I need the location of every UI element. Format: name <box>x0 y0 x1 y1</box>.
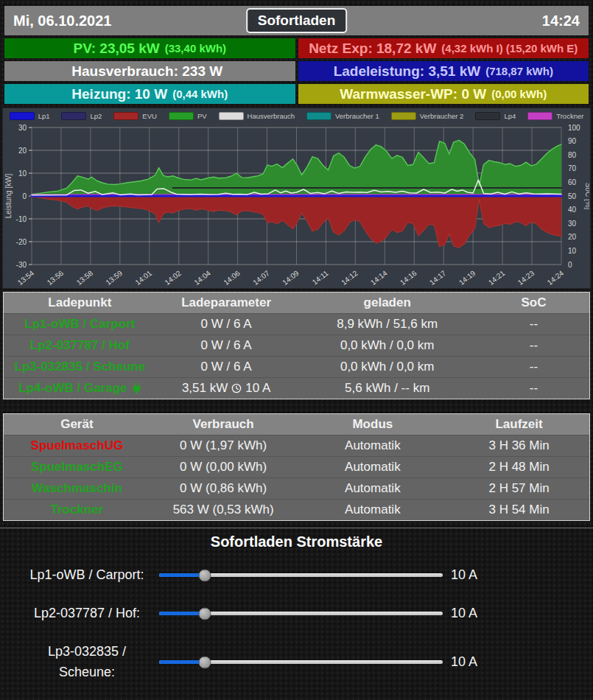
top-bar: Mi, 06.10.2021 Sofortladen 14:24 <box>4 6 589 35</box>
legend-swatch <box>219 112 244 120</box>
status-tiles: PV: 23,05 kW (33,40 kWh) Netz Exp: 18,72… <box>4 38 589 104</box>
col-laufzeit: Laufzeit <box>449 417 589 432</box>
charged-amount: 8,9 kWh / 51,6 km <box>296 317 477 332</box>
soc-value: -- <box>478 381 589 396</box>
svg-text:0: 0 <box>22 192 27 200</box>
svg-text:80: 80 <box>568 151 577 159</box>
svg-text:13:54: 13:54 <box>16 269 36 287</box>
slider-row-lp4: Lp4-oWB / Garage: 10 A <box>21 696 593 700</box>
slider-label-lp1: Lp1-oWB / Carport: <box>21 565 153 586</box>
lp2-current-slider[interactable] <box>159 612 443 615</box>
charge-parameter: 3,51 kW 10 A <box>156 381 297 396</box>
svg-text:70: 70 <box>568 164 577 172</box>
legend-swatch <box>306 112 331 120</box>
lp3-current-slider[interactable] <box>159 660 443 664</box>
heating-tile[interactable]: Heizung: 10 W (0,44 kWh) <box>4 84 295 104</box>
svg-text:14:09: 14:09 <box>281 269 301 287</box>
svg-text:13:59: 13:59 <box>105 269 124 287</box>
pv-tile[interactable]: PV: 23,05 kW (33,40 kWh) <box>4 38 295 58</box>
legend-label: Lp1 <box>38 112 50 120</box>
svg-text:14:19: 14:19 <box>457 269 477 287</box>
svg-text:14:24: 14:24 <box>546 269 566 287</box>
time-label: 14:24 <box>542 13 580 29</box>
device-table-header: Gerät Verbrauch Modus Laufzeit <box>4 414 589 435</box>
charge-point-name: Lp2-037787 / Hof <box>4 338 156 353</box>
charge-point-name-text: Lp4-oWB / Garage <box>18 381 127 396</box>
charge-power-energy: (718,87 kWh) <box>485 65 553 77</box>
svg-text:30: 30 <box>568 220 577 228</box>
table-row-lp1: Lp1-oWB / Carport 0 W / 6 A 8,9 kWh / 51… <box>4 313 589 335</box>
svg-text:20: 20 <box>568 233 577 241</box>
grid-export-value: Netz Exp: 18,72 kW <box>309 41 436 57</box>
device-mode: Automatik <box>297 460 449 475</box>
table-row-lp3: Lp3-032835 / Scheune 0 W / 6 A 0,0 kWh /… <box>4 356 589 377</box>
charge-table-header: Ladepunkt Ladeparameter geladen SoC <box>4 293 589 313</box>
legend-swatch <box>527 112 552 120</box>
legend-swatch <box>113 112 138 120</box>
soc-value: -- <box>478 360 589 374</box>
svg-text:100: 100 <box>568 124 580 132</box>
table-row-spuelmascheg: SpuelmaschEG 0 W (0,00 kWh) Automatik 2 … <box>4 456 589 477</box>
svg-text:14:17: 14:17 <box>428 269 448 287</box>
slider-thumb[interactable] <box>198 607 211 620</box>
device-name: Waschmaschin <box>4 481 150 496</box>
legend-item-pv: PV <box>169 112 207 120</box>
slider-thumb[interactable] <box>198 569 211 581</box>
charge-point-name: Lp4-oWB / Garage <box>4 381 156 396</box>
legend-item-verbraucher-2: Verbraucher 2 <box>391 112 464 120</box>
charged-amount: 0,0 kWh / 0,0 km <box>296 338 477 353</box>
device-consumption: 563 W (0,53 kWh) <box>150 503 297 517</box>
water-heater-energy: (0,00 kWh) <box>491 88 547 100</box>
charge-parameter: 0 W / 6 A <box>156 360 297 374</box>
slider-value-lp1: 10 A <box>451 567 477 583</box>
power-chart-panel: Lp1Lp2EVUPVHausverbrauchVerbraucher 1Ver… <box>2 108 591 289</box>
charged-amount: 5,6 kWh / -- km <box>296 381 477 396</box>
slider-row-lp2: Lp2-037787 / Hof: 10 A <box>21 603 593 624</box>
svg-text:14:01: 14:01 <box>134 269 154 287</box>
table-row-waschmaschin: Waschmaschin 0 W (0,86 kWh) Automatik 2 … <box>4 477 589 499</box>
charge-power-tile[interactable]: Ladeleistung: 3,51 kW (718,87 kWh) <box>298 61 589 81</box>
grid-export-energy: (4,32 kWh I) (15,20 kWh E) <box>441 42 578 55</box>
legend-swatch <box>475 112 500 120</box>
svg-text:14:21: 14:21 <box>487 269 507 287</box>
col-ladeparameter: Ladeparameter <box>156 295 297 310</box>
svg-text:14:11: 14:11 <box>311 269 330 287</box>
grid-export-tile[interactable]: Netz Exp: 18,72 kW (4,32 kWh I) (15,20 k… <box>298 38 589 58</box>
col-modus: Modus <box>297 417 449 432</box>
lp1-current-slider[interactable] <box>159 573 443 577</box>
device-consumption: 0 W (1,97 kWh) <box>150 438 297 453</box>
water-heater-tile[interactable]: Warmwasser-WP: 0 W (0,00 kWh) <box>298 84 589 104</box>
legend-swatch <box>10 112 35 120</box>
slider-thumb[interactable] <box>198 656 211 668</box>
svg-text:14:02: 14:02 <box>163 269 183 287</box>
slider-value-lp3: 10 A <box>451 654 477 670</box>
col-geraet: Gerät <box>4 417 150 432</box>
device-consumption: 0 W (0,00 kWh) <box>150 460 297 475</box>
slider-row-lp3: Lp3-032835 / Scheune: 10 A <box>21 642 593 683</box>
charge-mode-button[interactable]: Sofortladen <box>246 8 348 34</box>
device-name: Trockner <box>4 503 150 517</box>
device-name: SpuelmaschEG <box>4 460 150 475</box>
slider-label-lp4: Lp4-oWB / Garage: <box>21 696 153 700</box>
legend-label: Verbraucher 2 <box>420 112 464 120</box>
legend-item-evu: EVU <box>113 112 157 120</box>
table-row-trockner: Trockner 563 W (0,53 kWh) Automatik 3 H … <box>4 499 589 520</box>
device-runtime: 2 H 57 Min <box>449 481 589 496</box>
slider-section-title: Sofortladen Stromstärke <box>0 533 593 550</box>
svg-text:20: 20 <box>18 147 27 155</box>
svg-text:13:56: 13:56 <box>46 269 66 287</box>
svg-text:14:14: 14:14 <box>369 269 389 287</box>
charge-parameter: 0 W / 6 A <box>156 317 297 332</box>
svg-text:14:12: 14:12 <box>340 269 359 287</box>
device-mode: Automatik <box>297 481 449 496</box>
device-mode: Automatik <box>297 503 449 517</box>
heating-energy: (0,44 kWh) <box>172 88 228 100</box>
pv-value: PV: 23,05 kW <box>73 41 159 57</box>
device-runtime: 3 H 54 Min <box>449 503 589 517</box>
legend-label: Trockner <box>556 112 583 120</box>
heating-value: Heizung: 10 W <box>71 86 167 102</box>
legend-swatch <box>391 112 416 120</box>
house-consumption-tile[interactable]: Hausverbrauch: 233 W <box>4 61 295 81</box>
legend-swatch <box>61 112 86 120</box>
legend-item-hausverbrauch: Hausverbrauch <box>219 112 295 120</box>
